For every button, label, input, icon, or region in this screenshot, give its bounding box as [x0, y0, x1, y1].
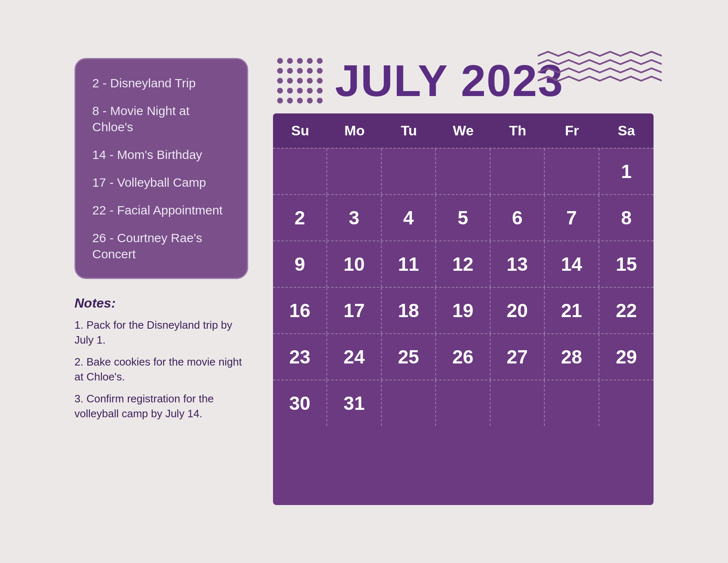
- cal-day-19: 19: [436, 288, 490, 333]
- cal-header-th: Th: [491, 113, 545, 148]
- cal-week-3: 9 10 11 12 13 14 15: [273, 241, 654, 287]
- cal-day: [273, 149, 327, 194]
- cal-week-1: 1: [273, 148, 654, 194]
- dot-grid-decoration: [277, 58, 323, 103]
- event-item: 14 - Mom's Birthday: [92, 147, 230, 163]
- cal-day-23: 23: [273, 334, 327, 380]
- cal-day-15: 15: [599, 241, 654, 287]
- wavy-decoration-icon: [538, 50, 662, 87]
- cal-day: [382, 149, 436, 194]
- cal-day-20: 20: [491, 288, 545, 333]
- calendar-header-row: Su Mo Tu We Th Fr Sa: [273, 113, 654, 148]
- cal-header-tu: Tu: [382, 113, 436, 148]
- event-item: 2 - Disneyland Trip: [92, 75, 230, 91]
- calendar-body: 1 2 3 4 5 6 7 8 9 10 11 12: [273, 148, 654, 426]
- event-item: 26 - Courtney Rae's Concert: [92, 230, 230, 262]
- cal-day-2: 2: [273, 195, 327, 241]
- cal-header-we: We: [436, 113, 490, 148]
- cal-day-empty: [491, 380, 545, 426]
- events-box: 2 - Disneyland Trip 8 - Movie Night at C…: [74, 58, 248, 279]
- cal-day-10: 10: [327, 241, 381, 287]
- cal-day-18: 18: [382, 288, 436, 333]
- event-item: 22 - Facial Appointment: [92, 202, 230, 218]
- cal-day-5: 5: [436, 195, 490, 241]
- cal-day-7: 7: [545, 195, 599, 241]
- cal-header-su: Su: [273, 113, 327, 148]
- cal-day-4: 4: [382, 195, 436, 241]
- note-item: 3. Confirm registration for the volleyba…: [74, 391, 248, 421]
- cal-day-13: 13: [491, 241, 545, 287]
- cal-day-empty: [436, 380, 490, 426]
- cal-day-16: 16: [273, 288, 327, 333]
- cal-week-5: 23 24 25 26 27 28 29: [273, 333, 654, 380]
- note-item: 1. Pack for the Disneyland trip by July …: [74, 318, 248, 348]
- cal-day-empty: [599, 380, 654, 426]
- cal-day-17: 17: [327, 288, 381, 333]
- cal-day: [491, 149, 545, 194]
- event-item: 17 - Volleyball Camp: [92, 174, 230, 190]
- cal-week-4: 16 17 18 19 20 21 22: [273, 287, 654, 333]
- notes-title: Notes:: [74, 296, 248, 311]
- cal-day: [436, 149, 490, 194]
- cal-day: [327, 149, 381, 194]
- cal-day-30: 30: [273, 380, 327, 426]
- cal-day-6: 6: [491, 195, 545, 241]
- cal-day-1: 1: [599, 149, 654, 194]
- cal-day-29: 29: [599, 334, 654, 380]
- calendar-grid: Su Mo Tu We Th Fr Sa 1: [273, 113, 654, 505]
- cal-day-28: 28: [545, 334, 599, 380]
- note-item: 2. Bake cookies for the movie night at C…: [74, 354, 248, 385]
- cal-day-24: 24: [327, 334, 381, 380]
- cal-day-9: 9: [273, 241, 327, 287]
- cal-day-14: 14: [545, 241, 599, 287]
- cal-day: [545, 149, 599, 194]
- cal-day-27: 27: [491, 334, 545, 380]
- month-year-title: JULY 2023: [335, 58, 563, 103]
- cal-header-mo: Mo: [327, 113, 381, 148]
- cal-day-3: 3: [327, 195, 381, 241]
- right-column: JULY 2023 Su Mo Tu We Th Fr Sa: [273, 58, 654, 505]
- cal-day-25: 25: [382, 334, 436, 380]
- cal-day-12: 12: [436, 241, 490, 287]
- cal-day-11: 11: [382, 241, 436, 287]
- cal-header-sa: Sa: [599, 113, 654, 148]
- notes-section: Notes: 1. Pack for the Disneyland trip b…: [74, 296, 248, 421]
- cal-week-6: 30 31: [273, 380, 654, 426]
- cal-day-22: 22: [599, 288, 654, 333]
- cal-header-fr: Fr: [545, 113, 599, 148]
- cal-day-21: 21: [545, 288, 599, 333]
- left-column: 2 - Disneyland Trip 8 - Movie Night at C…: [74, 58, 248, 505]
- cal-day-empty: [545, 380, 599, 426]
- cal-day-31: 31: [327, 380, 381, 426]
- cal-day-26: 26: [436, 334, 490, 380]
- cal-day-8: 8: [599, 195, 654, 241]
- cal-day-empty: [382, 380, 436, 426]
- page: 2 - Disneyland Trip 8 - Movie Night at C…: [50, 33, 678, 530]
- cal-week-2: 2 3 4 5 6 7 8: [273, 194, 654, 241]
- event-item: 8 - Movie Night at Chloe's: [92, 103, 230, 135]
